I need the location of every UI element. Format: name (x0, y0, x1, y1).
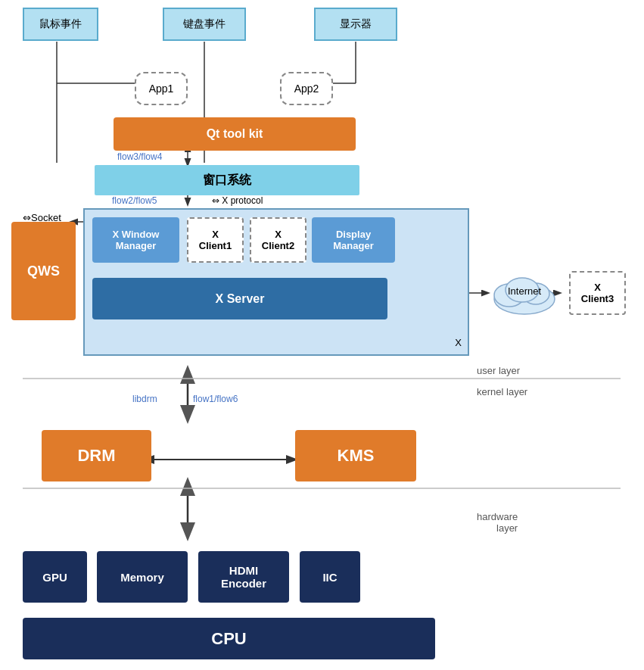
hdmi-encoder-box: HDMI Encoder (198, 551, 289, 603)
x-client2-box: X Client2 (250, 217, 306, 263)
app2-box: App2 (280, 72, 333, 105)
keyboard-event-box: 键盘事件 (163, 8, 246, 41)
mouse-event-box: 鼠标事件 (23, 8, 98, 41)
diagram: 鼠标事件 键盘事件 显示器 App1 App2 Qt tool kit flow… (0, 0, 644, 670)
x-protocol-label: ⇔ X protocol (212, 195, 263, 206)
x-system-container: X Window Manager X Client1 X Client2 Dis… (83, 208, 469, 356)
kms-box: KMS (295, 430, 416, 481)
flow3-flow4-label: flow3/flow4 (117, 151, 162, 162)
flow1-flow6-label: flow1/flow6 (193, 394, 238, 404)
x-client1-box: X Client1 (187, 217, 244, 263)
iic-box: IIC (300, 551, 360, 603)
user-layer-label: user layer (477, 365, 520, 376)
internet-cloud: Internet (490, 269, 558, 318)
qt-toolbox: Qt tool kit (114, 117, 356, 151)
kernel-layer-label: kernel layer (477, 386, 527, 397)
libdrm-label: libdrm (132, 394, 157, 404)
app1-box: App1 (135, 72, 188, 105)
window-system-box: 窗口系统 (95, 165, 359, 195)
hardware-layer-label: hardware layer (477, 500, 518, 534)
drm-box: DRM (42, 430, 151, 481)
gpu-box: GPU (23, 551, 87, 603)
cpu-box: CPU (23, 618, 435, 659)
x-server-box: X Server (92, 278, 387, 319)
memory-box: Memory (97, 551, 188, 603)
x-client3-box: X Client3 (569, 271, 626, 315)
x-label: X (455, 337, 462, 348)
flow2-flow5-label: flow2/flow5 (112, 195, 157, 206)
display-manager-box: Display Manager (312, 217, 395, 263)
x-window-manager-box: X Window Manager (92, 217, 179, 263)
display-box: 显示器 (314, 8, 397, 41)
qws-box: QWS (11, 222, 76, 320)
